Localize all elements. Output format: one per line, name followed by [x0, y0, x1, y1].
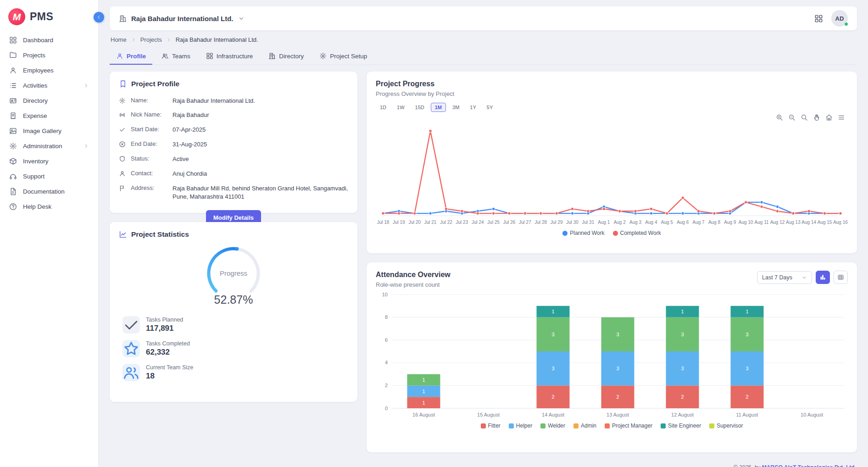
range-1y[interactable]: 1Y — [466, 103, 480, 112]
range-15d[interactable]: 15D — [411, 103, 428, 112]
tab-profile[interactable]: Profile — [110, 48, 152, 65]
svg-text:Aug 12: Aug 12 — [770, 220, 785, 225]
avatar-initials: AD — [835, 15, 844, 22]
breadcrumb-item[interactable]: Home — [111, 36, 127, 43]
pan-icon[interactable] — [813, 114, 820, 121]
menu-icon[interactable] — [838, 114, 845, 121]
stat-value: 62,332 — [146, 348, 190, 357]
apps-grid-icon[interactable] — [814, 14, 823, 23]
tab-bar: ProfileTeamsInfrastructureDirectoryProje… — [110, 48, 857, 65]
tab-directory[interactable]: Directory — [262, 48, 310, 65]
range-5y[interactable]: 5Y — [483, 103, 497, 112]
svg-text:Aug 11: Aug 11 — [755, 220, 769, 225]
date-range-select[interactable]: Last 7 Days — [757, 271, 812, 284]
sidebar-item-image-gallery[interactable]: Image Gallery — [0, 123, 98, 139]
svg-text:Aug 8: Aug 8 — [708, 220, 721, 225]
svg-text:3: 3 — [551, 332, 554, 337]
sidebar-item-expense[interactable]: Expense — [0, 108, 98, 123]
svg-text:1: 1 — [746, 309, 748, 314]
legend-label: Welder — [548, 423, 565, 429]
zoom-out-icon[interactable] — [788, 114, 796, 121]
svg-text:1: 1 — [422, 389, 425, 394]
tab-infrastructure[interactable]: Infrastructure — [200, 48, 260, 65]
sidebar-item-documentation[interactable]: Documentation — [0, 184, 98, 199]
legend-item-planned-work[interactable]: Planned Work — [562, 230, 604, 236]
range-1m[interactable]: 1M — [431, 103, 446, 112]
svg-text:4: 4 — [385, 360, 388, 365]
sidebar-item-help-desk[interactable]: Help Desk — [0, 199, 98, 214]
legend-item-welder[interactable]: Welder — [540, 423, 565, 429]
sidebar-item-dashboard[interactable]: Dashboard — [0, 33, 98, 48]
range-3m[interactable]: 3M — [448, 103, 463, 112]
legend-item-helper[interactable]: Helper — [509, 423, 532, 429]
legend-item-supervisor[interactable]: Supervisor — [709, 423, 743, 429]
tab-teams[interactable]: Teams — [155, 48, 197, 65]
svg-text:Aug 4: Aug 4 — [645, 220, 657, 225]
person-icon — [9, 67, 17, 74]
table-view-toggle[interactable] — [834, 271, 848, 284]
svg-text:0: 0 — [385, 406, 388, 411]
svg-text:15 August: 15 August — [477, 412, 500, 417]
sidebar-item-support[interactable]: Support — [0, 169, 98, 184]
profile-field-end-date: End Date:31-Aug-2025 — [119, 138, 348, 152]
field-label: Status: — [131, 155, 167, 162]
main-area: Raja Bahadur International Ltd. AD HomeP… — [99, 0, 868, 467]
project-statistics-card: Project Statistics Progress52.87% Tasks … — [110, 222, 357, 402]
legend-item-project-manager[interactable]: Project Manager — [605, 423, 652, 429]
legend-item-completed-work[interactable]: Completed Work — [613, 230, 661, 236]
svg-text:Jul 30: Jul 30 — [566, 220, 579, 225]
bar-view-toggle[interactable] — [816, 271, 830, 284]
stat-list: Tasks Planned117,891Tasks Completed62,33… — [119, 316, 348, 381]
range-1w[interactable]: 1W — [393, 103, 409, 112]
svg-text:Jul 28: Jul 28 — [534, 220, 547, 225]
svg-text:Aug 5: Aug 5 — [661, 220, 673, 225]
svg-text:Jul 21: Jul 21 — [424, 220, 437, 225]
attendance-card-subtitle: Role-wise present count — [376, 281, 451, 288]
selection-zoom-icon[interactable] — [801, 114, 808, 121]
chevron-right-icon — [83, 83, 89, 89]
breadcrumb-item[interactable]: Raja Bahadur International Ltd. — [176, 36, 258, 43]
field-value: Raja Bahadur Mill Rd, behind Sheraton Gr… — [172, 184, 348, 202]
tab-project-setup[interactable]: Project Setup — [313, 48, 373, 65]
sidebar-item-label: Support — [23, 173, 45, 180]
legend-swatch — [481, 423, 486, 428]
sidebar-collapse-button[interactable] — [94, 12, 104, 22]
dashboard-icon — [206, 52, 213, 60]
profile-field-start-date: Start Date:07-Apr-2025 — [119, 123, 348, 138]
app-logo[interactable]: M PMS — [0, 6, 98, 33]
legend-item-admin[interactable]: Admin — [573, 423, 596, 429]
svg-text:14 August: 14 August — [542, 412, 564, 417]
field-value: 07-Apr-2025 — [172, 126, 348, 134]
breadcrumb-item[interactable]: Projects — [140, 36, 162, 43]
svg-text:16 August: 16 August — [412, 412, 435, 417]
svg-text:3: 3 — [616, 366, 619, 371]
footer-link[interactable]: MARCO AIoT Technologies Pvt. Ltd. — [762, 464, 856, 467]
svg-text:3: 3 — [746, 366, 748, 371]
svg-text:3: 3 — [681, 332, 684, 337]
home-icon[interactable] — [825, 114, 833, 121]
legend-item-site-engineer[interactable]: Site Engineer — [661, 423, 701, 429]
flag-icon — [119, 185, 126, 192]
company-selector[interactable]: Raja Bahadur International Ltd. — [119, 15, 245, 22]
sidebar-item-administration[interactable]: Administration — [0, 139, 98, 154]
sidebar-item-directory[interactable]: Directory — [0, 93, 98, 108]
chevron-right-icon — [166, 37, 172, 43]
sidebar-item-projects[interactable]: Projects — [0, 48, 98, 63]
line-chart-zone: Jul 18Jul 19Jul 20Jul 21Jul 22Jul 23Jul … — [376, 113, 848, 229]
tab-label: Teams — [172, 53, 190, 60]
zoom-in-icon[interactable] — [776, 114, 783, 121]
sidebar-item-employees[interactable]: Employees — [0, 63, 98, 78]
chevron-left-icon — [96, 14, 102, 20]
attendance-legend: FitterHelperWelderAdminProject ManagerSi… — [376, 423, 848, 429]
legend-item-fitter[interactable]: Fitter — [481, 423, 501, 429]
project-profile-card: Project Profile Name:Raja Bahadur Intern… — [110, 72, 357, 213]
sidebar-item-inventory[interactable]: Inventory — [0, 154, 98, 169]
sidebar-item-activities[interactable]: Activities — [0, 78, 98, 93]
range-1d[interactable]: 1D — [376, 103, 390, 112]
avatar[interactable]: AD — [831, 10, 848, 27]
svg-text:Jul 22: Jul 22 — [440, 220, 452, 225]
field-value: Raja Bahadur International Ltd. — [172, 97, 348, 106]
svg-text:Aug 7: Aug 7 — [693, 220, 705, 225]
svg-text:12 August: 12 August — [671, 412, 694, 417]
svg-text:Jul 26: Jul 26 — [503, 220, 516, 225]
